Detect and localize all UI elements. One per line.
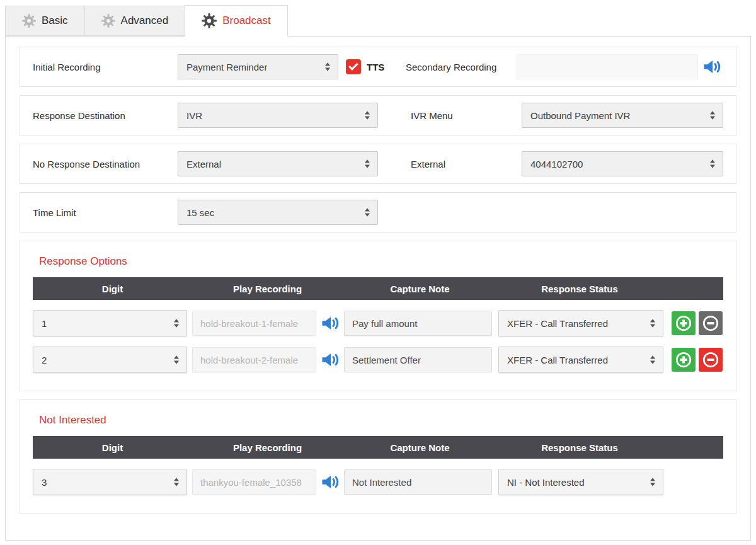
play-recording-input[interactable] <box>192 311 316 336</box>
external-number-value: 4044102700 <box>530 159 583 169</box>
play-recording-input[interactable] <box>192 347 316 372</box>
plus-circle-icon <box>674 314 693 333</box>
no-response-destination-label: No Response Destination <box>33 159 178 169</box>
capture-note-input[interactable] <box>344 347 492 372</box>
tab-basic[interactable]: Basic <box>5 6 84 36</box>
play-recording-input[interactable] <box>192 469 316 495</box>
capture-note-input[interactable] <box>344 311 492 336</box>
time-limit-select[interactable]: 15 sec <box>178 200 378 225</box>
initial-recording-select[interactable]: Payment Reminder <box>178 54 338 79</box>
capture-note-input[interactable] <box>344 469 492 495</box>
ivr-menu-label: IVR Menu <box>411 110 522 121</box>
no-response-destination-value: External <box>186 159 221 169</box>
play-recording-audio-button[interactable] <box>320 471 341 493</box>
response-options-table-header: Digit Play Recording Capture Note Respon… <box>33 277 723 300</box>
digit-value: 1 <box>42 318 47 329</box>
not-interested-section: Not Interested Digit Play Recording Capt… <box>20 399 736 513</box>
not-interested-row: 3 NI - Not Interested <box>33 469 723 495</box>
external-label: External <box>411 159 522 169</box>
updown-arrows-icon <box>650 355 656 365</box>
time-limit-row: Time Limit 15 sec <box>20 192 736 232</box>
gear-icon <box>101 14 115 28</box>
tab-broadcast[interactable]: Broadcast <box>185 5 288 37</box>
updown-arrows-icon <box>173 355 180 365</box>
digit-select[interactable]: 1 <box>33 310 187 336</box>
response-destination-select[interactable]: IVR <box>178 103 378 128</box>
response-options-section: Response Options Digit Play Recording Ca… <box>20 241 736 391</box>
minus-circle-icon <box>701 350 720 369</box>
digit-select[interactable]: 2 <box>33 347 187 373</box>
add-row-button[interactable] <box>672 348 696 372</box>
tts-checkbox[interactable] <box>346 59 361 74</box>
response-options-title: Response Options <box>39 255 723 268</box>
plus-circle-icon <box>674 350 693 369</box>
tab-bar: Basic Advanced Broadcast <box>0 0 756 36</box>
column-header-capture-note: Capture Note <box>343 442 497 453</box>
column-header-capture-note: Capture Note <box>343 284 497 294</box>
tab-basic-label: Basic <box>42 14 68 27</box>
speaker-icon <box>321 314 341 333</box>
updown-arrows-icon <box>650 477 656 487</box>
updown-arrows-icon <box>650 318 656 328</box>
updown-arrows-icon <box>364 110 370 120</box>
response-status-select[interactable]: XFER - Call Transferred <box>498 310 663 336</box>
response-destination-row: Response Destination IVR IVR Menu Outbou… <box>20 95 736 135</box>
response-status-select[interactable]: XFER - Call Transferred <box>498 347 663 373</box>
column-header-play-recording: Play Recording <box>192 442 343 453</box>
initial-recording-row: Initial Recording Payment Reminder TTS S… <box>20 47 736 87</box>
updown-arrows-icon <box>364 159 370 169</box>
play-recording-audio-button[interactable] <box>320 349 341 370</box>
play-secondary-recording-button[interactable] <box>702 56 723 77</box>
gear-icon <box>202 13 217 28</box>
digit-value: 2 <box>42 355 47 365</box>
not-interested-title: Not Interested <box>39 414 723 427</box>
time-limit-label: Time Limit <box>33 207 178 218</box>
minus-circle-icon <box>701 314 720 333</box>
updown-arrows-icon <box>324 62 331 72</box>
digit-value: 3 <box>42 477 47 488</box>
response-status-select[interactable]: NI - Not Interested <box>498 469 663 495</box>
column-header-response-status: Response Status <box>497 284 662 294</box>
play-recording-audio-button[interactable] <box>320 313 341 334</box>
not-interested-table-header: Digit Play Recording Capture Note Respon… <box>33 436 723 459</box>
updown-arrows-icon <box>173 318 180 328</box>
ivr-menu-select[interactable]: Outbound Payment IVR <box>522 103 723 128</box>
tab-advanced-label: Advanced <box>121 14 169 27</box>
tab-advanced[interactable]: Advanced <box>84 6 185 36</box>
remove-row-button[interactable] <box>699 348 723 372</box>
updown-arrows-icon <box>709 159 716 169</box>
initial-recording-value: Payment Reminder <box>186 62 267 72</box>
gear-icon <box>22 14 36 28</box>
speaker-icon <box>321 350 341 369</box>
no-response-destination-select[interactable]: External <box>178 151 378 176</box>
speaker-icon <box>321 473 341 491</box>
broadcast-settings-panel: Initial Recording Payment Reminder TTS S… <box>5 36 751 541</box>
column-header-play-recording: Play Recording <box>192 284 343 294</box>
response-destination-label: Response Destination <box>33 110 178 121</box>
updown-arrows-icon <box>709 110 716 120</box>
remove-row-button[interactable] <box>699 311 723 335</box>
response-destination-value: IVR <box>186 110 202 121</box>
add-row-button[interactable] <box>672 311 696 335</box>
time-limit-value: 15 sec <box>186 207 214 218</box>
column-header-digit: Digit <box>33 284 192 294</box>
updown-arrows-icon <box>173 477 180 487</box>
response-status-value: XFER - Call Transferred <box>507 355 608 365</box>
updown-arrows-icon <box>364 207 370 217</box>
tts-label: TTS <box>367 62 384 72</box>
no-response-destination-row: No Response Destination External Externa… <box>20 144 736 184</box>
response-status-value: XFER - Call Transferred <box>507 318 608 329</box>
response-status-value: NI - Not Interested <box>507 477 585 488</box>
secondary-recording-label: Secondary Recording <box>406 62 517 72</box>
initial-recording-label: Initial Recording <box>33 62 178 72</box>
digit-select[interactable]: 3 <box>33 469 187 495</box>
tab-broadcast-label: Broadcast <box>222 14 271 27</box>
response-option-row: 1 XFER - Call Transferred <box>33 310 723 336</box>
speaker-icon <box>702 57 723 76</box>
external-number-select[interactable]: 4044102700 <box>522 151 723 176</box>
secondary-recording-input[interactable] <box>517 54 698 79</box>
ivr-menu-value: Outbound Payment IVR <box>530 110 630 121</box>
column-header-response-status: Response Status <box>497 442 662 453</box>
response-option-row: 2 XFER - Call Transferred <box>33 347 723 373</box>
column-header-digit: Digit <box>33 442 192 453</box>
